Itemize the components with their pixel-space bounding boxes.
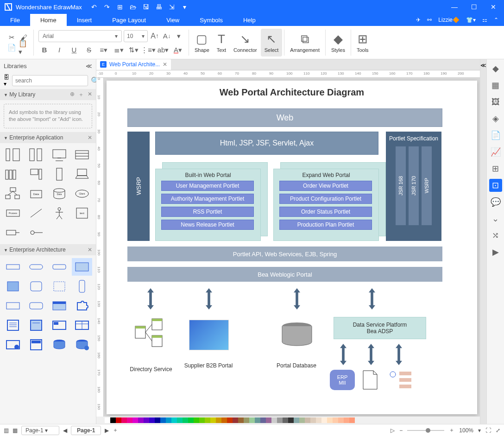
builtin-group[interactable]: Built-in Web Portal <box>155 169 261 241</box>
arrow-4[interactable] <box>369 288 375 310</box>
color-swatch[interactable] <box>316 417 321 423</box>
monitor-shape[interactable] <box>49 146 69 164</box>
color-swatch[interactable] <box>338 417 344 423</box>
menu-insert[interactable]: Insert <box>67 14 102 26</box>
canvas[interactable]: Web Portal Architecture Diagram Web WSRP… <box>104 78 480 417</box>
import-icon[interactable]: ⊕ <box>70 91 75 99</box>
apps-icon[interactable]: ⚏ <box>482 17 487 23</box>
share-icon[interactable]: ⚯ <box>427 17 432 23</box>
color-swatch[interactable] <box>160 417 166 423</box>
color-swatch[interactable] <box>233 417 238 423</box>
arrow-1[interactable] <box>147 288 154 310</box>
image-icon[interactable]: 🖼 <box>489 95 502 108</box>
color-swatch[interactable] <box>244 417 249 423</box>
color-swatch[interactable] <box>205 417 210 423</box>
db2-shape[interactable] <box>72 336 92 354</box>
erp-box[interactable]: ERPMII <box>330 370 355 390</box>
color-swatch[interactable] <box>183 417 188 423</box>
storage-shape[interactable] <box>72 146 92 164</box>
copy-icon[interactable]: 📄 <box>6 43 17 53</box>
color-swatch[interactable] <box>194 417 199 423</box>
color-swatch[interactable] <box>199 417 205 423</box>
color-swatch[interactable] <box>127 417 132 423</box>
collapse-ribbon-icon[interactable]: ⌃ <box>494 17 498 23</box>
user-label[interactable]: Lizzie🔶 <box>438 17 460 23</box>
tshirt-icon[interactable]: 👕▾ <box>466 17 476 23</box>
arrow-6[interactable] <box>368 344 374 365</box>
page-select[interactable]: Page-1 ▾ <box>21 426 59 435</box>
table-shape[interactable] <box>72 316 92 334</box>
blue-rect-shape[interactable] <box>3 258 23 276</box>
web-box[interactable]: Web <box>127 108 442 127</box>
wlp-box[interactable]: Bea Weblogic Portal <box>127 267 442 282</box>
builtin-p4[interactable]: News Release Portlet <box>161 220 254 230</box>
font-color-icon[interactable]: A▾ <box>173 45 183 55</box>
color-swatch[interactable] <box>121 417 127 423</box>
vertical-text-icon[interactable]: ab▾ <box>158 45 168 55</box>
color-swatch[interactable] <box>271 417 277 423</box>
maximize-button[interactable]: ☐ <box>467 0 481 13</box>
outline-view-icon[interactable]: ▦ <box>13 427 18 434</box>
spec-c1[interactable]: JSR 168 <box>396 146 406 225</box>
blue-rounded2-shape[interactable] <box>49 258 69 276</box>
color-swatch[interactable] <box>132 417 138 423</box>
data-shape[interactable]: Data <box>26 185 46 202</box>
styles-button[interactable]: ◆Styles <box>328 29 349 57</box>
shuffle-icon[interactable]: ⤭ <box>489 229 502 242</box>
expand-p3[interactable]: Order Status Portlet <box>279 207 372 217</box>
color-swatch[interactable] <box>333 417 338 423</box>
comments-icon[interactable]: 💬 <box>489 196 502 209</box>
chart-icon[interactable]: 📈 <box>489 145 502 158</box>
my-library-title[interactable]: My Library <box>9 91 35 98</box>
redo-icon[interactable]: ↷ <box>102 2 112 12</box>
color-swatch[interactable] <box>116 417 121 423</box>
close-ent-arch-icon[interactable]: ✕ <box>88 246 92 253</box>
paste-icon[interactable]: 📋▾ <box>19 43 29 53</box>
builtin-p2[interactable]: Authority Management Portlet <box>161 194 254 204</box>
color-swatch[interactable] <box>210 417 216 423</box>
arrow-3[interactable] <box>294 288 300 310</box>
library-picker-icon[interactable]: 🗄▾ <box>4 74 9 87</box>
pages-view-icon[interactable]: ▥ <box>4 427 9 434</box>
color-swatch[interactable] <box>249 417 255 423</box>
color-swatch[interactable] <box>327 417 333 423</box>
menu-page-layout[interactable]: Page Layout <box>102 14 156 26</box>
fill-icon[interactable]: ◆ <box>489 62 502 75</box>
color-swatch[interactable] <box>216 417 221 423</box>
expand-group[interactable]: Expand Web Portal <box>273 169 379 241</box>
card-shape[interactable] <box>49 316 69 334</box>
qat-dropdown-icon[interactable]: ▾ <box>180 2 189 12</box>
color-swatch[interactable] <box>299 417 305 423</box>
color-swatch[interactable] <box>227 417 233 423</box>
color-swatch[interactable] <box>349 417 355 423</box>
network-shape[interactable] <box>3 185 23 202</box>
strike-icon[interactable]: S <box>84 45 94 55</box>
document-tab[interactable]: E Web Portal Archite... ✕ <box>96 59 171 70</box>
puzzle-shape[interactable] <box>72 297 92 315</box>
text-shape[interactable]: text <box>72 204 92 222</box>
color-swatch[interactable] <box>277 417 283 423</box>
select-button[interactable]: ↖Select <box>261 29 283 57</box>
window-shape[interactable] <box>49 297 69 315</box>
slideshow-icon[interactable]: ▷ <box>391 427 395 434</box>
doclines2-shape[interactable] <box>26 316 46 334</box>
spec-box[interactable]: Portlet Specification JSR 168 JSR 170 WS… <box>386 132 441 241</box>
cylinder-shape[interactable]: Data <box>49 185 69 202</box>
builtin-p3[interactable]: RSS Portlet <box>161 207 254 217</box>
ellipse-shape[interactable]: Client <box>72 185 92 202</box>
color-swatch[interactable] <box>310 417 316 423</box>
presentation-icon[interactable]: ▶ <box>489 246 502 259</box>
expand-right-icon[interactable]: ≪ <box>480 62 486 69</box>
prev-page-icon[interactable]: ◀ <box>63 427 67 434</box>
ent-app-title[interactable]: Enterprise Application <box>9 134 63 141</box>
shrink-font-icon[interactable]: A↓ <box>162 31 172 41</box>
api-box[interactable]: Portlet API, Web Services, EJB, Spring <box>127 246 442 261</box>
color-swatch[interactable] <box>321 417 327 423</box>
menu-help[interactable]: Help <box>233 14 266 26</box>
db-shape[interactable] <box>49 336 69 354</box>
close-lib-icon[interactable]: ✕ <box>88 91 92 99</box>
color-swatch[interactable] <box>221 417 227 423</box>
flag-shape[interactable] <box>3 224 23 241</box>
spec-c3[interactable]: WSRP <box>422 146 432 225</box>
rect2-shape[interactable] <box>3 297 23 315</box>
